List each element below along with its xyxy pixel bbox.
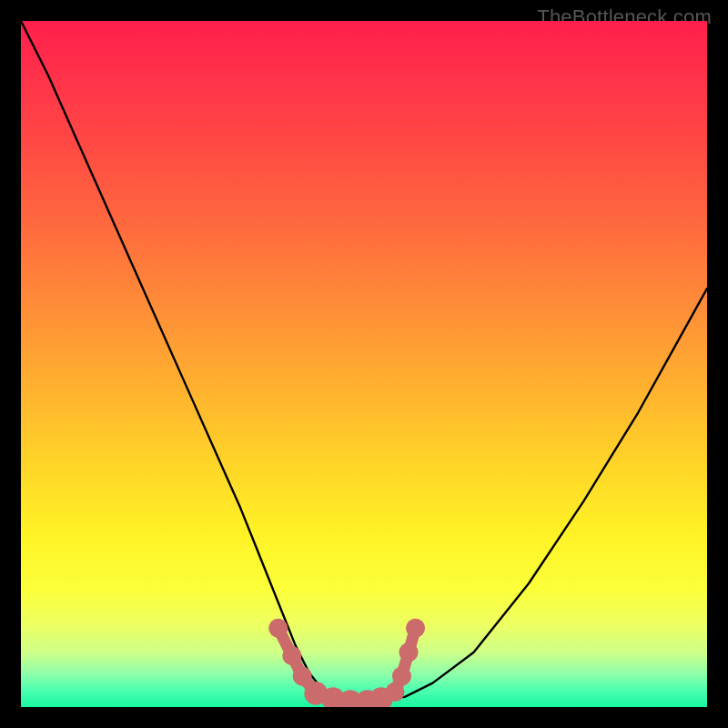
- cluster-dot: [406, 619, 425, 638]
- bottleneck-curve: [21, 21, 707, 702]
- cluster-dot: [399, 642, 418, 662]
- cluster-dot: [268, 619, 288, 638]
- cluster-dot: [392, 667, 411, 686]
- chart-frame: TheBottleneck.com: [0, 0, 728, 728]
- cluster-dot: [293, 667, 312, 686]
- cluster-dot: [282, 646, 301, 665]
- curve-layer: [21, 21, 707, 707]
- plot-area: [21, 21, 707, 707]
